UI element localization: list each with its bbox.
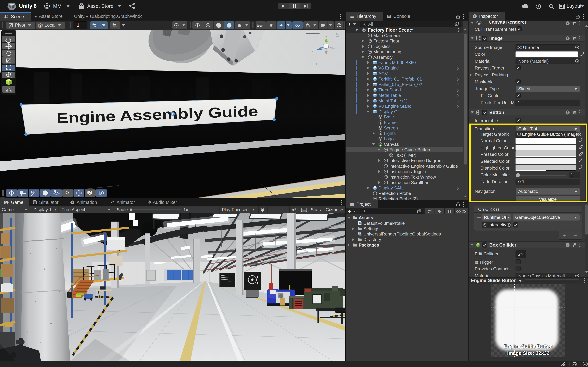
svg-text:Y: Y [95,25,96,28]
svg-text:y: y [325,33,328,38]
svg-text:z: z [312,48,314,53]
